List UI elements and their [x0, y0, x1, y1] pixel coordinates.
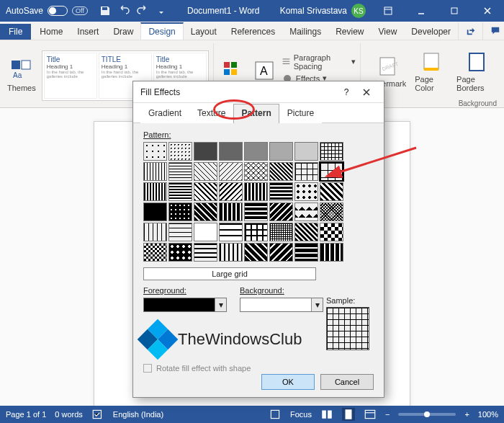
page-color-button[interactable]: Page Color: [412, 49, 451, 94]
pattern-swatch[interactable]: [168, 202, 192, 221]
tab-references[interactable]: References: [224, 24, 282, 40]
print-layout-icon[interactable]: [342, 408, 355, 421]
pattern-swatch[interactable]: [219, 162, 243, 181]
foreground-color-picker[interactable]: ▾: [143, 298, 227, 312]
tab-file[interactable]: File: [0, 24, 31, 40]
pattern-swatch[interactable]: [168, 182, 192, 201]
status-zoom[interactable]: 100%: [478, 410, 498, 419]
save-icon[interactable]: [99, 5, 111, 17]
qat-dropdown-icon[interactable]: [156, 5, 167, 17]
page-borders-button[interactable]: Page Borders: [454, 49, 500, 94]
pattern-swatch[interactable]: [269, 182, 293, 201]
web-layout-icon[interactable]: [364, 408, 377, 421]
pattern-swatch[interactable]: [320, 243, 343, 262]
status-focus[interactable]: Focus: [290, 410, 312, 419]
pattern-swatch[interactable]: [269, 223, 293, 241]
autosave-toggle[interactable]: AutoSave Off: [0, 6, 94, 16]
tab-draw[interactable]: Draw: [106, 24, 140, 40]
dialog-help-button[interactable]: ?: [336, 82, 356, 102]
pattern-swatch[interactable]: [194, 223, 217, 241]
dialog-tab-picture[interactable]: Picture: [279, 104, 322, 123]
paragraph-spacing-button[interactable]: Paragraph Spacing▾: [282, 53, 356, 71]
dialog-close-button[interactable]: [356, 82, 377, 102]
ok-button[interactable]: OK: [261, 374, 315, 390]
pattern-swatch[interactable]: [194, 162, 217, 181]
pattern-swatch[interactable]: [269, 202, 293, 221]
themes-button[interactable]: Aa Themes: [4, 58, 39, 94]
tab-developer[interactable]: Developer: [404, 24, 458, 40]
redo-icon[interactable]: [137, 5, 148, 17]
pattern-swatch[interactable]: [320, 182, 343, 201]
pattern-swatch[interactable]: [320, 223, 343, 241]
tab-view[interactable]: View: [372, 24, 405, 40]
pattern-swatch[interactable]: [143, 162, 167, 181]
pattern-swatch[interactable]: [194, 202, 217, 221]
selected-pattern-name: Large grid: [143, 267, 316, 280]
tab-insert[interactable]: Insert: [70, 24, 106, 40]
read-mode-icon[interactable]: [320, 408, 333, 421]
maximize-button[interactable]: [438, 0, 471, 22]
pattern-swatch[interactable]: [269, 162, 293, 181]
pattern-swatch[interactable]: [194, 243, 217, 262]
comments-button[interactable]: [482, 22, 504, 40]
pattern-swatch[interactable]: [244, 243, 268, 262]
style-card[interactable]: TitleHeading 1In the hand tab, the galle…: [44, 53, 97, 99]
dialog-tab-texture[interactable]: Texture: [189, 104, 233, 123]
pattern-swatch[interactable]: [320, 202, 343, 221]
pattern-swatch[interactable]: [143, 182, 167, 201]
pattern-swatch[interactable]: [269, 142, 293, 161]
zoom-in-button[interactable]: +: [464, 410, 469, 419]
pattern-swatch[interactable]: [219, 182, 243, 201]
pattern-swatch[interactable]: [294, 223, 318, 241]
pattern-swatch[interactable]: [168, 162, 192, 181]
pattern-swatch[interactable]: [194, 142, 217, 161]
ribbon-options-button[interactable]: [372, 0, 405, 22]
dialog-tab-gradient[interactable]: Gradient: [140, 104, 189, 123]
pattern-swatch[interactable]: [269, 243, 293, 262]
pattern-swatch[interactable]: [168, 223, 192, 241]
tab-layout[interactable]: Layout: [184, 24, 224, 40]
status-words[interactable]: 0 words: [55, 410, 83, 419]
tab-home[interactable]: Home: [32, 24, 70, 40]
tab-mailings[interactable]: Mailings: [282, 24, 328, 40]
pattern-swatch[interactable]: [143, 223, 167, 241]
close-button[interactable]: [471, 0, 504, 22]
dialog-tab-pattern[interactable]: Pattern: [233, 104, 279, 123]
pattern-swatch[interactable]: [320, 142, 343, 161]
zoom-slider[interactable]: [398, 413, 456, 416]
cancel-button[interactable]: Cancel: [320, 374, 374, 390]
share-button[interactable]: [458, 22, 482, 40]
pattern-swatch[interactable]: [294, 243, 318, 262]
pattern-swatch[interactable]: [294, 142, 318, 161]
pattern-swatch[interactable]: [194, 182, 217, 201]
spellcheck-icon[interactable]: [91, 408, 104, 421]
status-page[interactable]: Page 1 of 1: [6, 410, 46, 419]
pattern-swatch[interactable]: [294, 182, 318, 201]
pattern-swatch[interactable]: [143, 202, 167, 221]
user-account[interactable]: Komal Srivastava KS: [274, 4, 372, 18]
pattern-swatch[interactable]: [244, 223, 268, 241]
pattern-swatch[interactable]: [219, 223, 243, 241]
minimize-button[interactable]: [405, 0, 438, 22]
pattern-swatch[interactable]: [219, 202, 243, 221]
pattern-swatch[interactable]: [294, 202, 318, 221]
status-language[interactable]: English (India): [113, 410, 163, 419]
background-color-picker[interactable]: ▾: [240, 298, 323, 312]
tab-review[interactable]: Review: [328, 24, 371, 40]
undo-icon[interactable]: [118, 5, 130, 17]
pattern-swatch[interactable]: [168, 142, 192, 161]
pattern-swatch[interactable]: [219, 142, 243, 161]
pattern-swatch[interactable]: [244, 202, 268, 221]
pattern-swatch[interactable]: [244, 182, 268, 201]
pattern-swatch-selected[interactable]: [320, 162, 343, 181]
focus-icon[interactable]: [269, 408, 282, 421]
pattern-swatch[interactable]: [244, 142, 268, 161]
pattern-swatch[interactable]: [143, 142, 167, 161]
pattern-swatch[interactable]: [143, 243, 167, 262]
pattern-swatch[interactable]: [168, 243, 192, 262]
zoom-out-button[interactable]: −: [385, 410, 390, 419]
pattern-swatch[interactable]: [244, 162, 268, 181]
pattern-swatch[interactable]: [294, 162, 318, 181]
pattern-swatch[interactable]: [219, 243, 243, 262]
tab-design[interactable]: Design: [140, 22, 183, 40]
